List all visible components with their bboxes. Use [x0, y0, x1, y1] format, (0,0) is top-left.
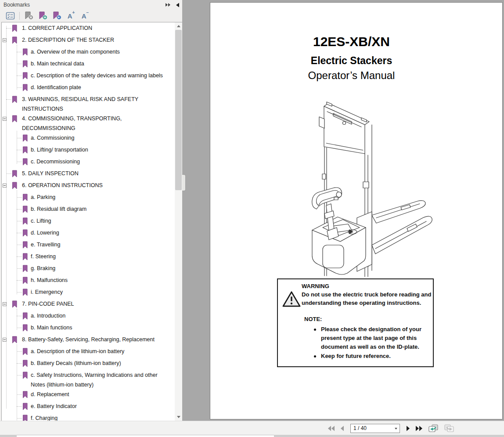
bookmark-item[interactable]: 3. WARNINGS, RESIDUAL RISK AND SAFETY IN… — [2, 94, 175, 114]
bookmark-label: b. Lifting/ transportation — [31, 145, 88, 155]
bookmark-ribbon-icon — [11, 182, 18, 192]
bookmark-item[interactable]: a. Commissioning — [2, 133, 175, 145]
first-page-icon[interactable] — [325, 423, 338, 433]
tree-connector — [17, 245, 22, 245]
tree-gutter — [12, 347, 22, 352]
bookmarks-scrollbar[interactable] — [175, 22, 182, 421]
bookmark-item[interactable]: f. Charging — [2, 413, 175, 421]
tree-gutter — [12, 59, 22, 64]
bookmark-item[interactable]: e. Battery Indicator — [2, 401, 175, 413]
bookmark-ribbon-icon — [22, 360, 29, 370]
previous-view-icon[interactable] — [425, 423, 441, 433]
scroll-down-button[interactable] — [175, 413, 182, 421]
scroll-up-button[interactable] — [175, 22, 182, 30]
panel-resize-handle[interactable] — [182, 174, 186, 191]
bookmark-ribbon-icon — [11, 170, 18, 181]
tree-gutter — [12, 370, 22, 376]
tree-connector — [17, 64, 22, 64]
bookmark-ribbon-icon — [22, 253, 29, 264]
bookmark-item[interactable]: c. Decommissioning — [2, 157, 175, 169]
bookmark-ribbon-icon — [22, 217, 29, 228]
bookmark-label: 3. WARNINGS, RESIDUAL RISK AND SAFETY IN… — [22, 94, 163, 114]
bookmark-ribbon-icon — [22, 146, 29, 157]
collapse-toggle[interactable] — [3, 302, 7, 306]
bookmark-item[interactable]: a. Description of the lithium-ion batter… — [2, 347, 175, 358]
scrollbar-thumb[interactable] — [175, 30, 182, 190]
tree-gutter — [12, 390, 22, 395]
bookmark-label: 6. OPERATION INSTRUCTIONS — [22, 181, 103, 190]
bookmark-item[interactable]: 5. DAILY INSPECTION — [2, 169, 175, 181]
next-page-icon[interactable] — [403, 423, 413, 433]
bookmark-group: 4. COMMISSIONING, TRANSPORTING, DECOMMIS… — [2, 114, 175, 169]
bookmark-item[interactable]: b. Battery Decals (lithium-ion battery) — [2, 358, 175, 370]
bookmark-item[interactable]: 4. COMMISSIONING, TRANSPORTING, DECOMMIS… — [2, 114, 175, 133]
next-view-icon[interactable] — [441, 423, 457, 433]
bookmark-item[interactable]: 2. DESCRIPTION OF THE STACKER — [2, 35, 175, 47]
bookmark-label: a. Introduction — [31, 311, 65, 321]
tree-gutter — [12, 71, 22, 76]
bookmark-ribbon-icon — [22, 60, 29, 71]
doc-product-title: Electric Stackers — [210, 55, 493, 67]
page-navigation-toolbar: 1 / 40 — [0, 421, 504, 435]
bookmark-item[interactable]: f. Steering — [2, 252, 175, 264]
increase-text-size-icon[interactable]: A+ — [65, 11, 77, 21]
bookmark-ribbon-icon — [22, 312, 29, 323]
tree-gutter — [12, 401, 22, 407]
bookmarks-panel-header: Bookmarks — [0, 0, 182, 10]
bookmark-item[interactable]: c. Description of the safety devices and… — [2, 71, 175, 83]
bookmark-item[interactable]: b. Residual lift diagram — [2, 204, 175, 216]
last-page-icon[interactable] — [413, 423, 425, 433]
bookmark-options-icon[interactable] — [4, 11, 16, 21]
warning-bullet-list: Please check the designation of your pre… — [312, 325, 425, 361]
bookmark-item[interactable]: c. Safety Instructions, Warning Indicati… — [2, 370, 175, 390]
bookmark-label: f. Charging — [31, 413, 58, 421]
tree-gutter — [2, 181, 11, 188]
bookmark-label: 4. COMMISSIONING, TRANSPORTING, DECOMMIS… — [22, 114, 163, 133]
tree-connector — [6, 173, 11, 174]
decrease-text-size-icon[interactable]: A− — [79, 11, 91, 21]
collapse-panel-icon[interactable] — [176, 3, 180, 7]
bookmark-item[interactable]: d. Replacement — [2, 390, 175, 401]
tree-connector — [17, 292, 22, 293]
bookmark-item[interactable]: i. Emergency — [2, 287, 175, 299]
page-number-combobox[interactable]: 1 / 40 — [350, 424, 400, 433]
bookmark-item[interactable]: 1. CORRECT APPLICATION — [2, 23, 175, 35]
previous-page-icon[interactable] — [338, 423, 347, 433]
bookmark-item[interactable]: 7. PIN-CODE PANEL — [2, 299, 175, 311]
tree-connector — [17, 138, 22, 138]
bookmark-group: 5. DAILY INSPECTION — [2, 169, 175, 181]
add-bookmark-icon[interactable] — [37, 11, 49, 21]
bookmark-ribbon-icon — [22, 391, 29, 401]
bookmark-item[interactable]: 6. OPERATION INSTRUCTIONS — [2, 181, 175, 192]
bookmark-item[interactable]: a. Parking — [2, 192, 175, 204]
expand-panel-icon[interactable] — [165, 3, 171, 7]
bookmark-item[interactable]: d. Lowering — [2, 228, 175, 240]
collapse-toggle[interactable] — [3, 338, 7, 342]
bookmarks-panel: Bookmarks — [0, 0, 182, 421]
bookmark-label: d. Replacement — [31, 390, 69, 399]
bookmark-item[interactable]: a. Overview of the main components — [2, 47, 175, 59]
bookmark-label: h. Malfunctions — [31, 275, 68, 285]
bookmark-item[interactable]: b. Main functions — [2, 323, 175, 335]
collapse-toggle[interactable] — [3, 184, 7, 188]
bookmark-item[interactable]: c. Lifting — [2, 216, 175, 228]
collapse-toggle[interactable] — [3, 117, 7, 121]
bookmark-item[interactable]: e. Travelling — [2, 240, 175, 252]
bookmark-item[interactable]: g. Braking — [2, 264, 175, 275]
collapse-toggle[interactable] — [3, 38, 7, 42]
locate-bookmark-icon[interactable] — [51, 11, 63, 21]
bookmark-label: e. Travelling — [31, 240, 60, 249]
bookmark-tree-items: 1. CORRECT APPLICATION2. DESCRIPTION OF … — [2, 23, 175, 421]
bookmark-item[interactable]: 8. Battery-Safety, Servicing, Recharging… — [2, 335, 175, 347]
bookmark-item[interactable]: b. Lifting/ transportation — [2, 145, 175, 157]
bookmark-item[interactable]: h. Malfunctions — [2, 275, 175, 287]
bookmark-children: a. Commissioningb. Lifting/ transportati… — [2, 133, 175, 169]
combo-dropdown-icon[interactable] — [395, 428, 397, 430]
bookmark-item[interactable]: d. Identification plate — [2, 83, 175, 94]
bookmark-label: 7. PIN-CODE PANEL — [22, 299, 74, 309]
bookmark-item[interactable]: a. Introduction — [2, 311, 175, 323]
bookmark-ribbon-icon — [11, 36, 18, 47]
delete-bookmark-icon[interactable] — [23, 11, 35, 21]
tree-gutter — [12, 192, 22, 198]
bookmark-item[interactable]: b. Main technical data — [2, 59, 175, 71]
